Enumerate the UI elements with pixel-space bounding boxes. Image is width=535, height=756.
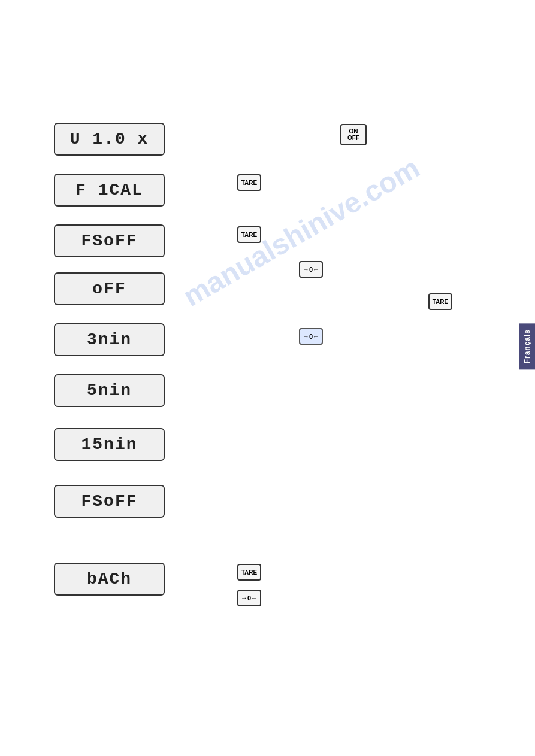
display-fsoff1: FSoFF	[54, 224, 165, 257]
display-3min: 3nin	[54, 323, 165, 356]
tare-button-2[interactable]: TARE	[237, 226, 261, 243]
display-bach: bACh	[54, 563, 165, 596]
tare-label-2: TARE	[241, 232, 257, 238]
display-off: oFF	[54, 272, 165, 305]
on-label: ON	[349, 128, 358, 135]
tare-label-4: TARE	[241, 569, 257, 576]
display-fsoff2: FSoFF	[54, 485, 165, 518]
zero-arrow-label-3: →0←	[241, 594, 258, 602]
tare-button-1[interactable]: TARE	[237, 174, 261, 191]
display-u10x: U 1.0 x	[54, 123, 165, 156]
display-15min: 15nin	[54, 428, 165, 461]
zero-button-2-blue[interactable]: →0←	[299, 328, 323, 345]
tare-label-3: TARE	[433, 299, 448, 305]
tare-button-3[interactable]: TARE	[428, 293, 452, 310]
zero-button-1[interactable]: →0←	[299, 261, 323, 278]
watermark: manualshinive.com	[177, 151, 425, 312]
zero-button-3[interactable]: →0←	[237, 590, 261, 606]
tare-label-1: TARE	[241, 180, 257, 186]
display-5min: 5nin	[54, 374, 165, 407]
off-label: OFF	[347, 135, 359, 141]
zero-arrow-label-2: →0←	[303, 333, 319, 340]
onoff-button[interactable]: ON OFF	[340, 124, 367, 145]
francais-tab: Français	[519, 323, 535, 369]
display-fical: F 1CAL	[54, 174, 165, 207]
tare-button-4[interactable]: TARE	[237, 564, 261, 581]
zero-arrow-label-1: →0←	[303, 266, 319, 273]
